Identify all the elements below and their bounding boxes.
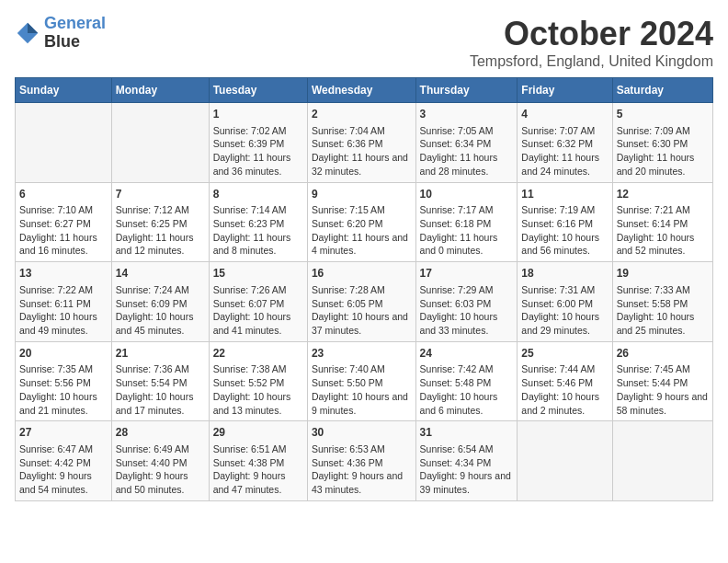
sunset-text: Sunset: 6:39 PM	[213, 138, 285, 149]
day-number: 8	[213, 187, 303, 202]
daylight-text: Daylight: 11 hours and 24 minutes.	[521, 152, 599, 177]
daylight-text: Daylight: 10 hours and 37 minutes.	[312, 311, 408, 336]
sunrise-text: Sunrise: 6:54 AM	[420, 443, 494, 454]
sunrise-text: Sunrise: 7:44 AM	[521, 363, 595, 374]
sunrise-text: Sunrise: 7:04 AM	[312, 125, 385, 136]
sunset-text: Sunset: 4:38 PM	[213, 457, 285, 468]
daylight-text: Daylight: 9 hours and 47 minutes.	[213, 470, 286, 495]
sunrise-text: Sunrise: 7:17 AM	[420, 204, 494, 215]
daylight-text: Daylight: 11 hours and 12 minutes.	[116, 232, 194, 257]
day-of-week-header: Sunday	[16, 78, 112, 103]
day-number: 18	[521, 266, 608, 282]
calendar-cell: 25Sunrise: 7:44 AMSunset: 5:46 PMDayligh…	[518, 341, 612, 421]
daylight-text: Daylight: 10 hours and 33 minutes.	[420, 311, 498, 336]
sunset-text: Sunset: 4:36 PM	[312, 457, 383, 468]
sunset-text: Sunset: 5:44 PM	[617, 377, 688, 388]
daylight-text: Daylight: 10 hours and 45 minutes.	[116, 311, 194, 336]
daylight-text: Daylight: 9 hours and 58 minutes.	[617, 391, 708, 416]
sunrise-text: Sunrise: 7:42 AM	[420, 363, 494, 374]
daylight-text: Daylight: 10 hours and 13 minutes.	[213, 391, 291, 416]
sunset-text: Sunset: 6:14 PM	[617, 218, 688, 229]
day-number: 10	[420, 187, 514, 202]
sunrise-text: Sunrise: 7:19 AM	[521, 204, 595, 215]
sunset-text: Sunset: 6:18 PM	[420, 218, 492, 229]
page-header: General Blue October 2024 Tempsford, Eng…	[15, 15, 713, 70]
sunset-text: Sunset: 5:54 PM	[116, 377, 188, 388]
day-number: 6	[19, 187, 108, 202]
calendar-table: SundayMondayTuesdayWednesdayThursdayFrid…	[15, 77, 713, 501]
day-number: 4	[521, 107, 608, 122]
calendar-cell: 7Sunrise: 7:12 AMSunset: 6:25 PMDaylight…	[111, 182, 209, 262]
sunset-text: Sunset: 6:00 PM	[521, 298, 593, 309]
calendar-week-row: 6Sunrise: 7:10 AMSunset: 6:27 PMDaylight…	[16, 182, 713, 262]
calendar-cell: 3Sunrise: 7:05 AMSunset: 6:34 PMDaylight…	[415, 103, 518, 183]
day-number: 1	[213, 107, 303, 122]
calendar-cell: 14Sunrise: 7:24 AMSunset: 6:09 PMDayligh…	[111, 262, 209, 342]
day-of-week-header: Monday	[111, 78, 209, 103]
sunset-text: Sunset: 4:34 PM	[420, 457, 492, 468]
day-of-week-header: Thursday	[415, 78, 518, 103]
sunset-text: Sunset: 6:11 PM	[19, 298, 91, 309]
calendar-cell: 11Sunrise: 7:19 AMSunset: 6:16 PMDayligh…	[518, 182, 612, 262]
calendar-cell: 12Sunrise: 7:21 AMSunset: 6:14 PMDayligh…	[612, 182, 712, 262]
sunrise-text: Sunrise: 7:29 AM	[420, 284, 494, 295]
calendar-cell: 26Sunrise: 7:45 AMSunset: 5:44 PMDayligh…	[612, 341, 712, 421]
calendar-cell: 23Sunrise: 7:40 AMSunset: 5:50 PMDayligh…	[307, 341, 415, 421]
calendar-cell: 10Sunrise: 7:17 AMSunset: 6:18 PMDayligh…	[415, 182, 518, 262]
calendar-cell	[16, 103, 112, 183]
sunset-text: Sunset: 5:46 PM	[521, 377, 593, 388]
daylight-text: Daylight: 11 hours and 8 minutes.	[213, 232, 291, 257]
daylight-text: Daylight: 11 hours and 32 minutes.	[312, 152, 408, 177]
logo-text: General Blue	[44, 15, 106, 52]
sunset-text: Sunset: 4:42 PM	[19, 457, 91, 468]
calendar-cell	[518, 421, 612, 501]
day-number: 30	[312, 425, 412, 441]
sunrise-text: Sunrise: 7:33 AM	[617, 284, 690, 295]
sunrise-text: Sunrise: 6:47 AM	[19, 443, 93, 454]
sunset-text: Sunset: 6:30 PM	[617, 138, 688, 149]
daylight-text: Daylight: 11 hours and 20 minutes.	[617, 152, 695, 177]
calendar-cell: 30Sunrise: 6:53 AMSunset: 4:36 PMDayligh…	[307, 421, 415, 501]
day-number: 19	[617, 266, 709, 282]
calendar-cell: 9Sunrise: 7:15 AMSunset: 6:20 PMDaylight…	[307, 182, 415, 262]
day-number: 2	[312, 107, 412, 122]
sunset-text: Sunset: 6:16 PM	[521, 218, 593, 229]
calendar-cell: 21Sunrise: 7:36 AMSunset: 5:54 PMDayligh…	[111, 341, 209, 421]
sunset-text: Sunset: 5:52 PM	[213, 377, 285, 388]
daylight-text: Daylight: 9 hours and 50 minutes.	[116, 470, 188, 495]
daylight-text: Daylight: 9 hours and 39 minutes.	[420, 470, 511, 495]
daylight-text: Daylight: 11 hours and 0 minutes.	[420, 232, 498, 257]
month-title: October 2024	[470, 15, 713, 53]
day-number: 21	[116, 346, 205, 362]
day-number: 24	[420, 346, 514, 362]
day-number: 17	[420, 266, 514, 282]
sunrise-text: Sunrise: 7:26 AM	[213, 284, 287, 295]
calendar-cell: 8Sunrise: 7:14 AMSunset: 6:23 PMDaylight…	[209, 182, 307, 262]
sunrise-text: Sunrise: 6:53 AM	[312, 443, 385, 454]
calendar-cell: 19Sunrise: 7:33 AMSunset: 5:58 PMDayligh…	[612, 262, 712, 342]
daylight-text: Daylight: 10 hours and 56 minutes.	[521, 232, 599, 257]
daylight-text: Daylight: 11 hours and 16 minutes.	[19, 232, 97, 257]
day-number: 16	[312, 266, 412, 282]
daylight-text: Daylight: 11 hours and 28 minutes.	[420, 152, 498, 177]
calendar-cell: 20Sunrise: 7:35 AMSunset: 5:56 PMDayligh…	[16, 341, 112, 421]
sunset-text: Sunset: 6:03 PM	[420, 298, 492, 309]
calendar-cell: 31Sunrise: 6:54 AMSunset: 4:34 PMDayligh…	[415, 421, 518, 501]
day-number: 26	[617, 346, 709, 362]
sunset-text: Sunset: 6:32 PM	[521, 138, 593, 149]
sunrise-text: Sunrise: 7:31 AM	[521, 284, 595, 295]
day-number: 15	[213, 266, 303, 282]
location: Tempsford, England, United Kingdom	[470, 53, 713, 70]
day-number: 20	[19, 346, 108, 362]
day-number: 22	[213, 346, 303, 362]
calendar-week-row: 13Sunrise: 7:22 AMSunset: 6:11 PMDayligh…	[16, 262, 713, 342]
day-number: 29	[213, 425, 303, 441]
logo: General Blue	[15, 15, 106, 52]
sunrise-text: Sunrise: 7:12 AM	[116, 204, 189, 215]
sunrise-text: Sunrise: 6:49 AM	[116, 443, 189, 454]
daylight-text: Daylight: 9 hours and 54 minutes.	[19, 470, 92, 495]
day-number: 12	[617, 187, 709, 202]
day-of-week-header: Saturday	[612, 78, 712, 103]
calendar-cell: 13Sunrise: 7:22 AMSunset: 6:11 PMDayligh…	[16, 262, 112, 342]
sunset-text: Sunset: 5:56 PM	[19, 377, 91, 388]
